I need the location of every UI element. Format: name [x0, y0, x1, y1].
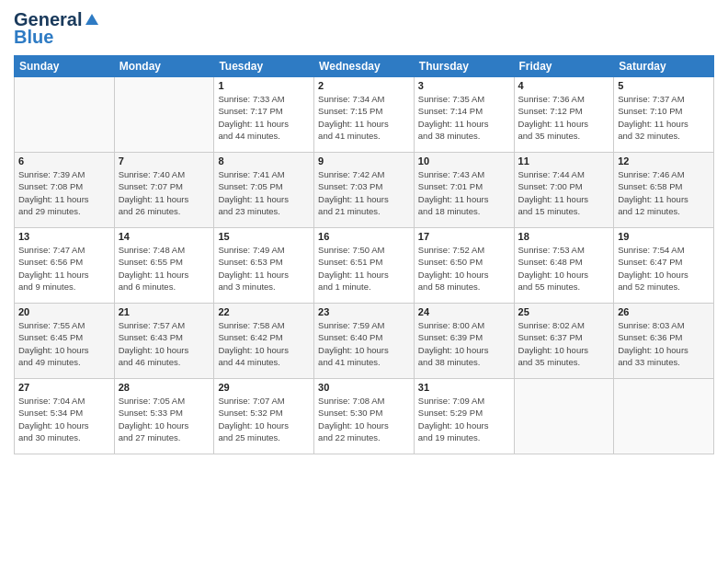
- calendar-cell: 24Sunrise: 8:00 AM Sunset: 6:39 PM Dayli…: [414, 304, 514, 379]
- calendar-cell: 14Sunrise: 7:48 AM Sunset: 6:55 PM Dayli…: [114, 228, 214, 304]
- calendar-week-3: 13Sunrise: 7:47 AM Sunset: 6:56 PM Dayli…: [15, 228, 714, 304]
- calendar-cell: 7Sunrise: 7:40 AM Sunset: 7:07 PM Daylig…: [114, 153, 214, 228]
- day-info: Sunrise: 7:41 AM Sunset: 7:05 PM Dayligh…: [218, 168, 310, 217]
- day-number: 20: [18, 306, 110, 317]
- day-number: 7: [119, 155, 210, 167]
- weekday-header-tuesday: Tuesday: [214, 56, 314, 77]
- calendar-cell: 25Sunrise: 8:02 AM Sunset: 6:37 PM Dayli…: [514, 304, 614, 379]
- day-info: Sunrise: 7:49 AM Sunset: 6:53 PM Dayligh…: [218, 244, 310, 293]
- day-number: 15: [218, 231, 310, 242]
- calendar-cell: 15Sunrise: 7:49 AM Sunset: 6:53 PM Dayli…: [214, 228, 314, 304]
- day-number: 25: [518, 306, 610, 317]
- calendar-cell: 3Sunrise: 7:35 AM Sunset: 7:14 PM Daylig…: [414, 77, 514, 153]
- day-number: 3: [418, 80, 510, 91]
- logo: General Blue: [14, 9, 100, 48]
- day-info: Sunrise: 7:39 AM Sunset: 7:08 PM Dayligh…: [18, 168, 110, 217]
- day-number: 16: [318, 231, 410, 242]
- weekday-header-sunday: Sunday: [15, 56, 115, 77]
- calendar-cell: 2Sunrise: 7:34 AM Sunset: 7:15 PM Daylig…: [314, 77, 415, 153]
- day-info: Sunrise: 7:08 AM Sunset: 5:30 PM Dayligh…: [318, 395, 410, 443]
- day-number: 28: [119, 382, 210, 393]
- calendar-cell: 9Sunrise: 7:42 AM Sunset: 7:03 PM Daylig…: [314, 153, 415, 228]
- calendar-cell: 10Sunrise: 7:43 AM Sunset: 7:01 PM Dayli…: [414, 153, 514, 228]
- day-info: Sunrise: 7:34 AM Sunset: 7:15 PM Dayligh…: [318, 93, 410, 142]
- day-info: Sunrise: 8:02 AM Sunset: 6:37 PM Dayligh…: [518, 319, 610, 368]
- day-info: Sunrise: 7:33 AM Sunset: 7:17 PM Dayligh…: [218, 93, 310, 142]
- day-number: 8: [218, 155, 310, 167]
- day-info: Sunrise: 7:04 AM Sunset: 5:34 PM Dayligh…: [18, 395, 110, 443]
- day-info: Sunrise: 7:58 AM Sunset: 6:42 PM Dayligh…: [218, 319, 310, 368]
- day-info: Sunrise: 7:48 AM Sunset: 6:55 PM Dayligh…: [119, 244, 210, 293]
- day-number: 11: [518, 155, 610, 167]
- day-number: 22: [218, 306, 310, 317]
- day-number: 18: [518, 231, 610, 242]
- day-info: Sunrise: 7:52 AM Sunset: 6:50 PM Dayligh…: [418, 244, 510, 293]
- calendar-cell: 1Sunrise: 7:33 AM Sunset: 7:17 PM Daylig…: [214, 77, 314, 153]
- day-number: 5: [618, 80, 710, 91]
- header: General Blue: [14, 9, 714, 48]
- calendar-cell: 11Sunrise: 7:44 AM Sunset: 7:00 PM Dayli…: [514, 153, 614, 228]
- calendar-cell: 18Sunrise: 7:53 AM Sunset: 6:48 PM Dayli…: [514, 228, 614, 304]
- calendar-cell: [514, 379, 614, 454]
- day-info: Sunrise: 7:09 AM Sunset: 5:29 PM Dayligh…: [418, 395, 510, 443]
- day-info: Sunrise: 7:37 AM Sunset: 7:10 PM Dayligh…: [618, 93, 710, 142]
- day-number: 31: [418, 382, 510, 393]
- calendar-cell: 20Sunrise: 7:55 AM Sunset: 6:45 PM Dayli…: [15, 304, 115, 379]
- calendar-table: SundayMondayTuesdayWednesdayThursdayFrid…: [14, 55, 714, 454]
- calendar-cell: 6Sunrise: 7:39 AM Sunset: 7:08 PM Daylig…: [15, 153, 115, 228]
- calendar-cell: 12Sunrise: 7:46 AM Sunset: 6:58 PM Dayli…: [614, 153, 714, 228]
- calendar-week-2: 6Sunrise: 7:39 AM Sunset: 7:08 PM Daylig…: [15, 153, 714, 228]
- calendar-week-5: 27Sunrise: 7:04 AM Sunset: 5:34 PM Dayli…: [15, 379, 714, 454]
- day-info: Sunrise: 7:35 AM Sunset: 7:14 PM Dayligh…: [418, 93, 510, 142]
- day-info: Sunrise: 7:36 AM Sunset: 7:12 PM Dayligh…: [518, 93, 610, 142]
- calendar-cell: 30Sunrise: 7:08 AM Sunset: 5:30 PM Dayli…: [314, 379, 415, 454]
- calendar-cell: [15, 77, 115, 153]
- day-number: 13: [18, 231, 110, 242]
- day-number: 21: [119, 306, 210, 317]
- day-info: Sunrise: 7:43 AM Sunset: 7:01 PM Dayligh…: [418, 168, 510, 217]
- calendar-cell: 31Sunrise: 7:09 AM Sunset: 5:29 PM Dayli…: [414, 379, 514, 454]
- calendar-cell: 19Sunrise: 7:54 AM Sunset: 6:47 PM Dayli…: [614, 228, 714, 304]
- day-info: Sunrise: 7:44 AM Sunset: 7:00 PM Dayligh…: [518, 168, 610, 217]
- weekday-header-friday: Friday: [514, 56, 614, 77]
- calendar-cell: 13Sunrise: 7:47 AM Sunset: 6:56 PM Dayli…: [15, 228, 115, 304]
- svg-marker-0: [85, 14, 98, 25]
- day-info: Sunrise: 7:46 AM Sunset: 6:58 PM Dayligh…: [618, 168, 710, 217]
- day-number: 6: [18, 155, 110, 167]
- day-number: 2: [318, 80, 410, 91]
- day-number: 29: [218, 382, 310, 393]
- calendar-cell: 26Sunrise: 8:03 AM Sunset: 6:36 PM Dayli…: [614, 304, 714, 379]
- weekday-header-wednesday: Wednesday: [314, 56, 415, 77]
- calendar-cell: 8Sunrise: 7:41 AM Sunset: 7:05 PM Daylig…: [214, 153, 314, 228]
- calendar-cell: 29Sunrise: 7:07 AM Sunset: 5:32 PM Dayli…: [214, 379, 314, 454]
- weekday-header-row: SundayMondayTuesdayWednesdayThursdayFrid…: [15, 56, 714, 77]
- day-info: Sunrise: 7:50 AM Sunset: 6:51 PM Dayligh…: [318, 244, 410, 293]
- calendar-container: General Blue SundayMondayTuesdayWednesda…: [0, 0, 728, 459]
- logo-blue: Blue: [14, 27, 53, 48]
- day-info: Sunrise: 8:00 AM Sunset: 6:39 PM Dayligh…: [418, 319, 510, 368]
- day-info: Sunrise: 7:07 AM Sunset: 5:32 PM Dayligh…: [218, 395, 310, 443]
- day-number: 23: [318, 306, 410, 317]
- day-number: 26: [618, 306, 710, 317]
- calendar-cell: 16Sunrise: 7:50 AM Sunset: 6:51 PM Dayli…: [314, 228, 415, 304]
- weekday-header-monday: Monday: [114, 56, 214, 77]
- day-info: Sunrise: 7:54 AM Sunset: 6:47 PM Dayligh…: [618, 244, 710, 293]
- day-number: 30: [318, 382, 410, 393]
- calendar-cell: 5Sunrise: 7:37 AM Sunset: 7:10 PM Daylig…: [614, 77, 714, 153]
- calendar-cell: [114, 77, 214, 153]
- day-number: 19: [618, 231, 710, 242]
- day-info: Sunrise: 8:03 AM Sunset: 6:36 PM Dayligh…: [618, 319, 710, 368]
- calendar-cell: 28Sunrise: 7:05 AM Sunset: 5:33 PM Dayli…: [114, 379, 214, 454]
- day-info: Sunrise: 7:55 AM Sunset: 6:45 PM Dayligh…: [18, 319, 110, 368]
- calendar-cell: [614, 379, 714, 454]
- weekday-header-saturday: Saturday: [614, 56, 714, 77]
- day-info: Sunrise: 7:47 AM Sunset: 6:56 PM Dayligh…: [18, 244, 110, 293]
- weekday-header-thursday: Thursday: [414, 56, 514, 77]
- day-number: 27: [18, 382, 110, 393]
- calendar-cell: 17Sunrise: 7:52 AM Sunset: 6:50 PM Dayli…: [414, 228, 514, 304]
- calendar-week-1: 1Sunrise: 7:33 AM Sunset: 7:17 PM Daylig…: [15, 77, 714, 153]
- calendar-cell: 4Sunrise: 7:36 AM Sunset: 7:12 PM Daylig…: [514, 77, 614, 153]
- calendar-week-4: 20Sunrise: 7:55 AM Sunset: 6:45 PM Dayli…: [15, 304, 714, 379]
- day-number: 10: [418, 155, 510, 167]
- calendar-cell: 22Sunrise: 7:58 AM Sunset: 6:42 PM Dayli…: [214, 304, 314, 379]
